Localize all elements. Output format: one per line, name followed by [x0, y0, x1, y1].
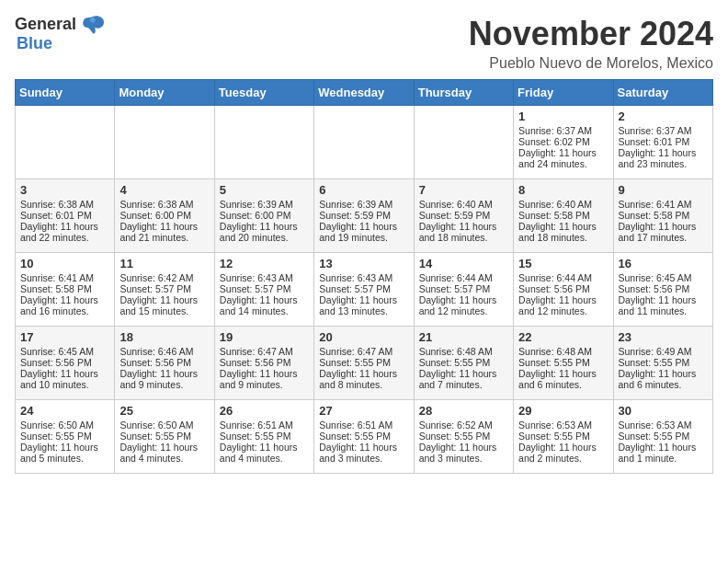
daylight-text: Daylight: 11 hours and 23 minutes.: [619, 147, 708, 169]
calendar-cell: 7Sunrise: 6:40 AMSunset: 5:59 PMDaylight…: [414, 179, 513, 253]
sunset-text: Sunset: 5:55 PM: [319, 357, 408, 368]
calendar-cell: 16Sunrise: 6:45 AMSunset: 5:56 PMDayligh…: [613, 253, 712, 327]
sunrise-text: Sunrise: 6:37 AM: [518, 125, 608, 136]
daylight-text: Daylight: 11 hours and 15 minutes.: [119, 294, 209, 316]
sunset-text: Sunset: 5:55 PM: [619, 357, 708, 368]
page-header: General Blue November 2024 Pueblo Nuevo …: [15, 15, 713, 72]
daylight-text: Daylight: 11 hours and 9 minutes.: [119, 368, 209, 390]
sunrise-text: Sunrise: 6:45 AM: [619, 272, 708, 283]
daylight-text: Daylight: 11 hours and 18 minutes.: [419, 221, 508, 243]
day-number: 2: [619, 109, 708, 123]
calendar-cell: 14Sunrise: 6:44 AMSunset: 5:57 PMDayligh…: [414, 253, 513, 327]
sunset-text: Sunset: 5:59 PM: [419, 210, 508, 221]
calendar-cell: [16, 106, 115, 179]
sunset-text: Sunset: 5:55 PM: [419, 357, 508, 368]
sunrise-text: Sunrise: 6:53 AM: [619, 419, 708, 431]
calendar-cell: 10Sunrise: 6:41 AMSunset: 5:58 PMDayligh…: [16, 253, 115, 327]
sunset-text: Sunset: 5:58 PM: [20, 283, 109, 294]
calendar-cell: 28Sunrise: 6:52 AMSunset: 5:55 PMDayligh…: [414, 400, 513, 474]
calendar-cell: 19Sunrise: 6:47 AMSunset: 5:56 PMDayligh…: [214, 327, 313, 400]
sunset-text: Sunset: 5:55 PM: [419, 431, 508, 442]
calendar-cell: 29Sunrise: 6:53 AMSunset: 5:55 PMDayligh…: [514, 400, 613, 474]
day-number: 25: [119, 404, 209, 418]
daylight-text: Daylight: 11 hours and 9 minutes.: [220, 368, 309, 390]
sunrise-text: Sunrise: 6:46 AM: [119, 346, 209, 357]
calendar-cell: 13Sunrise: 6:43 AMSunset: 5:57 PMDayligh…: [314, 253, 414, 327]
sunset-text: Sunset: 5:55 PM: [20, 431, 109, 442]
day-header-sunday: Sunday: [16, 80, 115, 106]
sunset-text: Sunset: 5:55 PM: [518, 357, 608, 368]
daylight-text: Daylight: 11 hours and 14 minutes.: [220, 294, 309, 316]
daylight-text: Daylight: 11 hours and 4 minutes.: [220, 442, 309, 464]
day-number: 10: [20, 257, 109, 270]
day-number: 23: [619, 330, 708, 344]
sunrise-text: Sunrise: 6:51 AM: [220, 419, 309, 431]
day-number: 14: [419, 257, 508, 270]
sunset-text: Sunset: 5:56 PM: [220, 357, 309, 368]
day-number: 3: [20, 183, 109, 197]
daylight-text: Daylight: 11 hours and 5 minutes.: [20, 442, 109, 464]
daylight-text: Daylight: 11 hours and 12 minutes.: [419, 294, 508, 316]
day-number: 8: [518, 183, 608, 197]
sunset-text: Sunset: 5:56 PM: [619, 283, 708, 294]
sunset-text: Sunset: 6:00 PM: [220, 210, 309, 221]
day-number: 5: [220, 183, 309, 197]
daylight-text: Daylight: 11 hours and 24 minutes.: [518, 147, 608, 169]
sunrise-text: Sunrise: 6:52 AM: [419, 419, 508, 431]
calendar-cell: 27Sunrise: 6:51 AMSunset: 5:55 PMDayligh…: [314, 400, 414, 474]
sunset-text: Sunset: 5:57 PM: [119, 283, 209, 294]
sunrise-text: Sunrise: 6:40 AM: [419, 199, 508, 210]
day-header-thursday: Thursday: [414, 80, 513, 106]
calendar-cell: 4Sunrise: 6:38 AMSunset: 6:00 PMDaylight…: [115, 179, 214, 253]
sunrise-text: Sunrise: 6:38 AM: [20, 199, 109, 210]
daylight-text: Daylight: 11 hours and 10 minutes.: [20, 368, 109, 390]
calendar-cell: 15Sunrise: 6:44 AMSunset: 5:56 PMDayligh…: [514, 253, 613, 327]
month-title: November 2024: [469, 15, 713, 53]
sunset-text: Sunset: 5:55 PM: [319, 431, 408, 442]
day-number: 18: [119, 330, 209, 344]
daylight-text: Daylight: 11 hours and 20 minutes.: [220, 221, 309, 243]
calendar-cell: 11Sunrise: 6:42 AMSunset: 5:57 PMDayligh…: [115, 253, 214, 327]
day-number: 20: [319, 330, 408, 344]
day-number: 26: [220, 404, 309, 418]
sunrise-text: Sunrise: 6:44 AM: [419, 272, 508, 283]
daylight-text: Daylight: 11 hours and 8 minutes.: [319, 368, 408, 390]
sunrise-text: Sunrise: 6:44 AM: [518, 272, 608, 283]
sunrise-text: Sunrise: 6:47 AM: [319, 346, 408, 357]
day-number: 30: [619, 404, 708, 418]
sunrise-text: Sunrise: 6:49 AM: [619, 346, 708, 357]
daylight-text: Daylight: 11 hours and 16 minutes.: [20, 294, 109, 316]
day-header-saturday: Saturday: [613, 80, 712, 106]
calendar-cell: 18Sunrise: 6:46 AMSunset: 5:56 PMDayligh…: [115, 327, 214, 400]
sunset-text: Sunset: 5:55 PM: [619, 431, 708, 442]
sunset-text: Sunset: 5:56 PM: [518, 283, 608, 294]
sunrise-text: Sunrise: 6:37 AM: [619, 125, 708, 136]
calendar-cell: 1Sunrise: 6:37 AMSunset: 6:02 PMDaylight…: [514, 106, 613, 179]
calendar-cell: 8Sunrise: 6:40 AMSunset: 5:58 PMDaylight…: [514, 179, 613, 253]
calendar-cell: 3Sunrise: 6:38 AMSunset: 6:01 PMDaylight…: [16, 179, 115, 253]
sunset-text: Sunset: 5:57 PM: [419, 283, 508, 294]
sunset-text: Sunset: 6:01 PM: [20, 210, 109, 221]
sunset-text: Sunset: 6:01 PM: [619, 136, 708, 147]
sunset-text: Sunset: 5:58 PM: [619, 210, 708, 221]
calendar-cell: 30Sunrise: 6:53 AMSunset: 5:55 PMDayligh…: [613, 400, 712, 474]
sunset-text: Sunset: 5:55 PM: [119, 431, 209, 442]
day-number: 12: [220, 257, 309, 270]
day-number: 17: [20, 330, 109, 344]
sunrise-text: Sunrise: 6:40 AM: [518, 199, 608, 210]
day-number: 19: [220, 330, 309, 344]
sunrise-text: Sunrise: 6:48 AM: [419, 346, 508, 357]
calendar-cell: [115, 106, 214, 179]
logo-general-text: General: [15, 16, 76, 34]
daylight-text: Daylight: 11 hours and 4 minutes.: [119, 442, 209, 464]
day-header-wednesday: Wednesday: [314, 80, 414, 106]
logo-bird-icon: [80, 15, 106, 35]
calendar-table: SundayMondayTuesdayWednesdayThursdayFrid…: [15, 79, 713, 474]
sunset-text: Sunset: 5:55 PM: [220, 431, 309, 442]
daylight-text: Daylight: 11 hours and 2 minutes.: [518, 442, 608, 464]
day-number: 28: [419, 404, 508, 418]
daylight-text: Daylight: 11 hours and 13 minutes.: [319, 294, 408, 316]
sunrise-text: Sunrise: 6:39 AM: [220, 199, 309, 210]
daylight-text: Daylight: 11 hours and 12 minutes.: [518, 294, 608, 316]
daylight-text: Daylight: 11 hours and 6 minutes.: [619, 368, 708, 390]
